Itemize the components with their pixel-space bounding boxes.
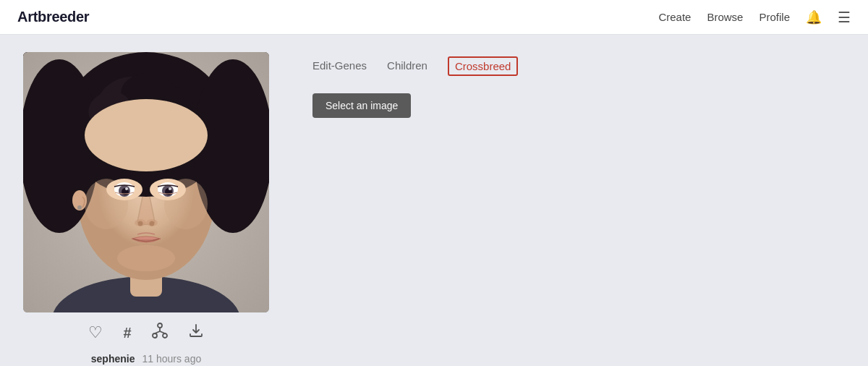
right-panel: Edit-Genes Children Crossbreed Select an… [312, 52, 845, 365]
navbar: Artbreeder Create Browse Profile 🔔 ☰ [0, 0, 868, 35]
tabs: Edit-Genes Children Crossbreed [312, 56, 845, 76]
portrait-image [23, 52, 269, 312]
portrait-canvas [23, 52, 269, 312]
tree-icon[interactable] [152, 323, 168, 343]
svg-point-31 [158, 323, 162, 328]
username: sephenie [91, 353, 135, 365]
svg-point-23 [169, 187, 171, 190]
svg-point-22 [125, 187, 128, 190]
nav-profile[interactable]: Profile [759, 11, 790, 23]
tab-edit-genes[interactable]: Edit-Genes [312, 59, 367, 73]
svg-point-32 [153, 333, 157, 338]
image-actions: ♡ # [88, 323, 203, 343]
svg-point-26 [138, 221, 143, 226]
navbar-right: Create Browse Profile 🔔 ☰ [658, 9, 851, 26]
nav-browse[interactable]: Browse [707, 11, 743, 23]
svg-point-28 [117, 245, 175, 271]
left-panel: ♡ # sephenie 1 [23, 52, 269, 365]
nav-create[interactable]: Create [658, 11, 691, 23]
tab-children[interactable]: Children [387, 59, 427, 73]
tag-icon[interactable]: # [123, 325, 131, 341]
portrait-overlay [23, 52, 269, 312]
brand-logo: Artbreeder [17, 9, 89, 25]
svg-line-36 [160, 331, 165, 333]
tab-crossbreed[interactable]: Crossbreed [448, 56, 519, 76]
select-image-button[interactable]: Select an image [312, 93, 411, 118]
svg-line-35 [155, 331, 160, 333]
like-icon[interactable]: ♡ [88, 323, 103, 342]
svg-point-11 [85, 99, 208, 171]
download-icon[interactable] [188, 323, 204, 343]
hamburger-menu-icon[interactable]: ☰ [838, 9, 851, 26]
svg-point-27 [150, 221, 155, 226]
svg-point-33 [163, 333, 167, 338]
timestamp: 11 hours ago [142, 353, 201, 365]
notification-icon[interactable]: 🔔 [806, 9, 822, 25]
svg-point-30 [77, 205, 82, 210]
image-meta: sephenie 11 hours ago [91, 353, 201, 365]
main-content: ♡ # sephenie 1 [0, 35, 868, 366]
